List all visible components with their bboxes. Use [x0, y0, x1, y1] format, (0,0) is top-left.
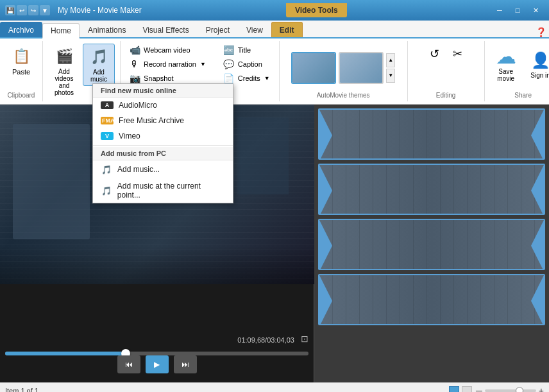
- video-element-2: [237, 117, 289, 194]
- theme-scroll-up[interactable]: ▲: [386, 53, 395, 67]
- expand-button[interactable]: ⊡: [301, 334, 308, 344]
- fma-button[interactable]: FMA Free Music Archive: [93, 113, 233, 128]
- play-button[interactable]: ▶: [146, 355, 169, 373]
- themes-label: AutoMovie themes: [317, 92, 370, 99]
- save-movie-button[interactable]: ☁ Save movie: [490, 44, 522, 85]
- storyboard-item-4[interactable]: [318, 274, 545, 325]
- storyboard-wrapper: [314, 105, 549, 382]
- status-bar: Item 1 of 1 ─ +: [0, 382, 549, 392]
- title-button[interactable]: 🔤 Title: [220, 44, 274, 56]
- tab-home[interactable]: Home: [42, 23, 80, 38]
- audiomicro-button[interactable]: A AudioMicro: [93, 98, 233, 113]
- add-videos-icon: 🎬: [54, 46, 74, 67]
- webcam-video-button[interactable]: 📹 Webcam video: [126, 44, 210, 56]
- user-icon: 👤: [530, 50, 549, 71]
- share-items: ☁ Save movie 👤 Sign in: [490, 44, 549, 85]
- item-count: Item 1 of 1: [5, 387, 38, 393]
- fma-icon: FMA: [101, 117, 114, 124]
- theme-preview-1: [292, 53, 335, 83]
- caption-button[interactable]: 💬 Caption: [220, 58, 274, 71]
- ribbon-toolbar: 📋 Paste Clipboard 🎬 Add videos and photo…: [0, 38, 549, 105]
- status-right: ─ +: [449, 386, 544, 393]
- title-bar: 💾 ↩ ↪ ▼ My Movie - Movie Maker Video Too…: [0, 0, 549, 21]
- vimeo-button[interactable]: V Vimeo: [93, 128, 233, 144]
- snapshot-icon: 📷: [130, 73, 140, 83]
- video-gradient: [0, 246, 314, 284]
- add-music-button[interactable]: 🎵 Add music: [83, 44, 115, 86]
- rotate-left-button[interactable]: ↺: [424, 44, 444, 64]
- timeline-view-button[interactable]: [462, 386, 472, 393]
- zoom-in-button[interactable]: +: [539, 386, 544, 393]
- playback-controls: ⏮ ▶ ⏭: [117, 355, 197, 373]
- zoom-thumb: [516, 387, 523, 393]
- tab-edit[interactable]: Edit: [271, 22, 303, 37]
- record-narration-button[interactable]: 🎙 Record narration ▼: [126, 58, 210, 71]
- maximize-button[interactable]: □: [509, 4, 526, 17]
- zoom-out-button[interactable]: ─: [476, 386, 482, 393]
- mic-icon: 🎙: [130, 59, 140, 69]
- app-title: My Movie - Movie Maker: [58, 6, 142, 15]
- add-music-at-point-icon: 🎵: [101, 185, 112, 196]
- dropdown-arrow-icon[interactable]: ▼: [40, 5, 50, 15]
- storyboard-item-3[interactable]: [318, 219, 545, 270]
- tab-view[interactable]: View: [238, 22, 271, 37]
- tab-animations[interactable]: Animations: [80, 22, 134, 37]
- undo-icon[interactable]: ↩: [17, 5, 27, 15]
- storyboard-view-button[interactable]: [449, 386, 459, 393]
- arrow-right-1: [531, 110, 544, 160]
- caption-icon: 💬: [224, 59, 234, 69]
- tab-archivo[interactable]: Archivo: [0, 22, 42, 37]
- video-element-1: [13, 124, 90, 239]
- rewind-button[interactable]: ⏮: [117, 355, 140, 373]
- arrow-left-4: [319, 275, 332, 325]
- storyboard-item-1[interactable]: [318, 108, 545, 160]
- help-button[interactable]: ❓: [536, 27, 546, 37]
- redo-icon[interactable]: ↪: [28, 5, 38, 15]
- theme-preview-2: [340, 53, 382, 83]
- storyboard-content: [314, 105, 549, 382]
- share-label: Share: [514, 92, 532, 99]
- theme-item-2[interactable]: [339, 52, 384, 84]
- media-tools-group: 📹 Webcam video 🎙 Record narration ▼ 📷 Sn…: [126, 44, 210, 85]
- window-controls: ─ □ ✕: [491, 4, 544, 17]
- add-music-pc-button[interactable]: 🎵 Add music...: [93, 160, 233, 178]
- view-toggle: [449, 386, 472, 393]
- minimize-button[interactable]: ─: [491, 4, 508, 17]
- add-videos-photos-button[interactable]: 🎬 Add videos and photos: [48, 44, 80, 99]
- title-bar-left: 💾 ↩ ↪ ▼ My Movie - Movie Maker: [5, 5, 142, 15]
- dropdown-section-pc: Add music from PC: [93, 147, 233, 160]
- audiomicro-icon: A: [101, 101, 114, 109]
- share-group: ☁ Save movie 👤 Sign in Share: [485, 41, 549, 101]
- arrow-right-2: [531, 165, 544, 215]
- forward-button[interactable]: ⏭: [174, 355, 197, 373]
- title-icon: 🔤: [224, 45, 234, 55]
- sign-in-button[interactable]: 👤 Sign in: [525, 44, 549, 85]
- add-music-icon: 🎵: [89, 47, 109, 67]
- storyboard-item-2[interactable]: [318, 164, 545, 215]
- editing-items: ↺ ✂: [424, 44, 468, 64]
- zoom-slider[interactable]: [485, 389, 536, 392]
- theme-scroll-down[interactable]: ▼: [386, 69, 395, 83]
- theme-scroll-buttons: ▲ ▼: [386, 53, 395, 83]
- zoom-control: ─ +: [476, 386, 544, 393]
- vimeo-icon: V: [101, 132, 114, 140]
- credits-button[interactable]: 📄 Credits ▼: [220, 72, 274, 85]
- dropdown-divider: [93, 145, 233, 146]
- close-button[interactable]: ✕: [527, 4, 544, 17]
- snapshot-button[interactable]: 📷 Snapshot: [126, 72, 210, 85]
- arrow-right-3: [531, 220, 544, 270]
- add-music-at-point-button[interactable]: 🎵 Add music at the current point...: [93, 178, 233, 203]
- trim-button[interactable]: ✂: [447, 44, 468, 64]
- dropdown-section-online: Find new music online: [93, 84, 233, 98]
- clipboard-group: 📋 Paste Clipboard: [0, 41, 43, 101]
- webcam-icon: 📹: [130, 45, 140, 55]
- paste-icon: 📋: [11, 46, 31, 67]
- quick-access-icon[interactable]: 💾: [5, 5, 15, 15]
- tab-visual-effects[interactable]: Visual Effects: [134, 22, 197, 37]
- arrow-right-4: [531, 275, 544, 325]
- theme-item-1[interactable]: [291, 52, 336, 84]
- paste-button[interactable]: 📋 Paste: [5, 44, 37, 78]
- themes-scroll: ▲ ▼: [291, 44, 395, 92]
- tab-project[interactable]: Project: [198, 22, 238, 37]
- cloud-icon: ☁: [496, 46, 516, 67]
